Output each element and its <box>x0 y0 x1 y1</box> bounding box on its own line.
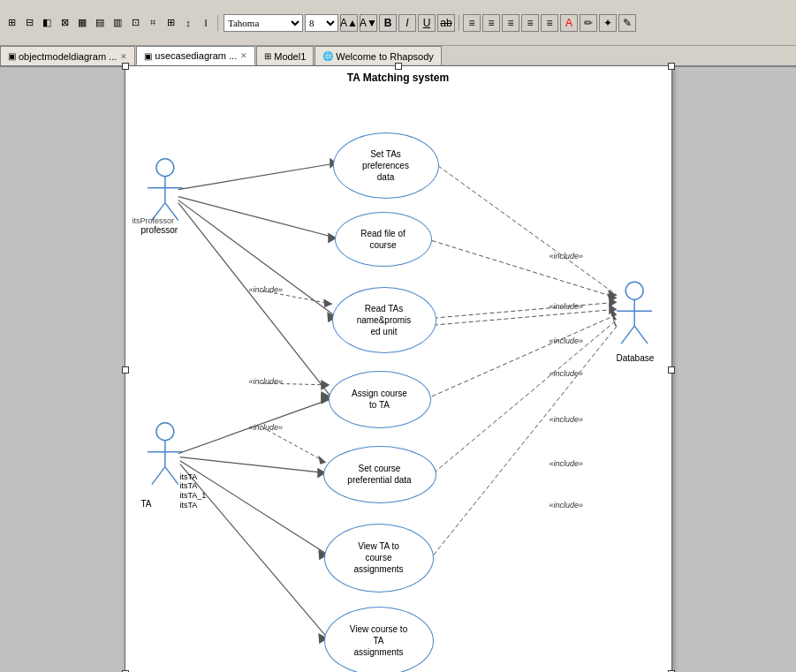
include-label-7: «include» <box>550 369 584 378</box>
usecase-assign-course[interactable]: Assign courseto TA <box>329 371 431 428</box>
content-area: TA Matching system <box>0 67 796 672</box>
underline-button[interactable]: U <box>418 14 436 32</box>
increase-font-button[interactable]: A▲ <box>340 14 358 32</box>
icon4[interactable]: ⊠ <box>57 15 72 31</box>
svg-line-15 <box>178 162 336 189</box>
bold-button[interactable]: B <box>379 14 397 32</box>
icon8[interactable]: ⊡ <box>127 15 143 31</box>
usecase-set-tas-preferences[interactable]: Set TAspreferencesdata <box>333 132 439 199</box>
svg-point-5 <box>155 422 173 440</box>
svg-line-20 <box>179 457 325 472</box>
tab-usecasediagram-close[interactable]: ✕ <box>240 51 247 60</box>
svg-line-35 <box>433 326 616 555</box>
include-label-8: «include» <box>550 415 584 424</box>
svg-marker-36 <box>612 317 617 326</box>
svg-marker-34 <box>611 311 617 320</box>
decrease-font-button[interactable]: A▼ <box>360 14 377 32</box>
svg-point-0 <box>155 158 173 176</box>
svg-marker-32 <box>610 307 617 316</box>
usecase-read-tas-name[interactable]: Read TAsname&promised unit <box>332 287 436 353</box>
tab-usecasediagram-label: usecasediagram ... <box>155 50 237 61</box>
svg-line-18 <box>178 202 330 396</box>
diagram-container[interactable]: TA Matching system <box>125 65 672 673</box>
tab-usecasediagram-icon: ▣ <box>144 51 152 61</box>
usecase-view-course-ta[interactable]: View course toTAassignments <box>324 607 434 673</box>
icon11[interactable]: ↕ <box>180 15 196 31</box>
professor-sublabel: itsProfessor <box>133 216 175 225</box>
svg-line-29 <box>433 309 616 325</box>
toolbar: ⊞ ⊟ ◧ ⊠ ▦ ▤ ▥ ⊡ ⌗ ⊞ ↕ I Tahoma 8 A▲ A▼ B… <box>0 0 796 46</box>
svg-line-41 <box>262 427 326 462</box>
include-label-10: «include» <box>550 501 584 510</box>
tab-objectmodel-close[interactable]: ✕ <box>120 52 127 61</box>
handle-mr[interactable] <box>668 366 675 374</box>
icon7[interactable]: ▥ <box>110 15 125 31</box>
tab-welcome-label: Welcome to Rhapsody <box>336 51 433 62</box>
icon5[interactable]: ▦ <box>74 15 90 31</box>
icon12[interactable]: I <box>198 15 214 31</box>
include-label-6: «include» <box>550 336 584 345</box>
ta-sublabel2: itsTA <box>180 481 207 491</box>
svg-line-33 <box>433 320 616 472</box>
database-label: Database <box>617 353 655 363</box>
handle-tl[interactable] <box>122 63 129 70</box>
tab-model1-icon: ⊞ <box>264 51 271 61</box>
font-selector: Tahoma 8 A▲ A▼ B I U ab ≡ ≡ ≡ ≡ ≡ A ✏ ✦ … <box>224 14 636 32</box>
usecase-read-file-course[interactable]: Read file ofcourse <box>335 212 432 267</box>
tab-objectmodel-icon: ▣ <box>8 51 16 61</box>
svg-marker-40 <box>321 379 330 389</box>
tab-objectmodel[interactable]: ▣ objectmodeldiagram ... ✕ <box>0 46 135 65</box>
icon2[interactable]: ⊟ <box>21 15 37 31</box>
svg-line-23 <box>437 165 616 295</box>
indent-button[interactable]: ≡ <box>521 14 539 32</box>
handle-ml[interactable] <box>122 366 129 374</box>
include-label-9: «include» <box>550 459 584 468</box>
font-size-select[interactable]: 8 <box>305 14 338 32</box>
tab-model1[interactable]: ⊞ Model1 <box>256 46 314 65</box>
svg-line-9 <box>164 466 178 484</box>
include-label-5: «include» <box>550 302 584 311</box>
highlight-button[interactable]: ✏ <box>580 14 597 32</box>
include-label-4: «include» <box>550 252 584 260</box>
align-left-button[interactable]: ≡ <box>463 14 481 32</box>
font-name-select[interactable]: Tahoma <box>224 14 303 32</box>
svg-line-16 <box>178 196 336 238</box>
usecase-set-course-pref[interactable]: Set coursepreferential data <box>323 446 436 503</box>
include-label-3: «include» <box>249 423 284 432</box>
svg-line-25 <box>431 240 616 298</box>
tab-usecasediagram[interactable]: ▣ usecasediagram ... ✕ <box>136 46 255 65</box>
svg-line-17 <box>178 200 336 317</box>
actor-professor: itsProfessor <box>133 216 175 225</box>
insert-button[interactable]: ✎ <box>618 14 636 32</box>
svg-marker-30 <box>609 304 617 314</box>
toolbar-left-icons: ⊞ ⊟ ◧ ⊠ ▦ ▤ ▥ ⊡ ⌗ ⊞ ↕ I <box>4 15 220 31</box>
italic-button[interactable]: I <box>398 14 416 32</box>
professor-label: professor <box>141 225 178 235</box>
font-color-button[interactable]: A <box>560 14 578 32</box>
align-center-button[interactable]: ≡ <box>482 14 500 32</box>
tab-welcome[interactable]: 🌐 Welcome to Rhapsody <box>315 46 441 65</box>
icon10[interactable]: ⊞ <box>163 15 178 31</box>
ta-sublabel4: itsTA <box>180 501 207 510</box>
svg-marker-42 <box>318 455 326 464</box>
handle-tc[interactable] <box>395 63 402 70</box>
special-button[interactable]: ✦ <box>599 14 617 32</box>
svg-marker-28 <box>609 297 617 307</box>
usecase-view-ta-course[interactable]: View TA tocourseassignments <box>324 524 434 593</box>
icon9[interactable]: ⌗ <box>145 15 161 31</box>
strikethrough-button[interactable]: ab <box>437 14 455 32</box>
handle-tr[interactable] <box>668 63 675 70</box>
align-right-button[interactable]: ≡ <box>502 14 519 32</box>
svg-marker-24 <box>608 290 617 298</box>
ta-label: TA <box>141 499 152 509</box>
icon6[interactable]: ▤ <box>92 15 108 31</box>
tab-model1-label: Model1 <box>274 51 306 62</box>
icon1[interactable]: ⊞ <box>4 15 19 31</box>
icon3[interactable]: ◧ <box>39 15 55 31</box>
ta-labels: itsTA itsTA itsTA_1 itsTA <box>180 472 207 510</box>
list-button[interactable]: ≡ <box>541 14 558 32</box>
svg-line-14 <box>634 326 648 344</box>
tab-welcome-icon: 🌐 <box>322 51 333 61</box>
ta-sublabel3: itsTA_1 <box>180 491 207 501</box>
svg-marker-38 <box>323 298 332 307</box>
